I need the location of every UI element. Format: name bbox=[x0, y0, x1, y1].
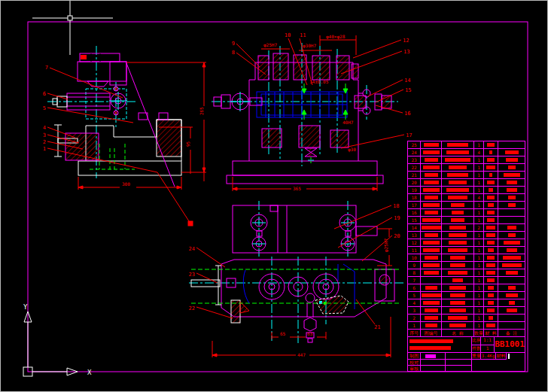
dim-fv-a: φ25H7 bbox=[263, 42, 277, 48]
cell-text-bar bbox=[484, 307, 498, 314]
cell-text-bar bbox=[442, 156, 473, 163]
cell-text-bar bbox=[421, 307, 441, 314]
cell-text-bar bbox=[498, 247, 525, 254]
ucs-icon: Y X bbox=[23, 303, 92, 376]
plan-view[interactable] bbox=[189, 201, 403, 343]
row-qty: 1 bbox=[474, 262, 483, 269]
dim-pv-a: 65 bbox=[280, 331, 286, 336]
row-number: 18 bbox=[408, 194, 420, 201]
row-qty: 1 bbox=[474, 284, 483, 291]
row-qty: 1 bbox=[474, 179, 483, 186]
pieces-value: 1 bbox=[481, 345, 495, 353]
table-header: 图编号 bbox=[421, 330, 441, 336]
dim-pv-b: 63 bbox=[307, 331, 313, 336]
front-view-balloon-text: 9 8 10 11 12 13 14 15 16 17 bbox=[232, 32, 413, 138]
row-qty: 1 bbox=[474, 247, 483, 254]
cell-text-bar bbox=[421, 217, 441, 223]
row-number: 7 bbox=[408, 277, 420, 284]
table-header: 材 料 bbox=[484, 330, 498, 336]
cell-text-bar bbox=[442, 232, 473, 239]
cell-text-bar bbox=[421, 156, 441, 163]
cell-text-bar bbox=[498, 217, 525, 223]
balloon-7: 7 bbox=[45, 65, 48, 71]
cell-text-bar bbox=[421, 187, 441, 193]
cell-text-bar bbox=[484, 322, 498, 329]
balloon-12: 12 bbox=[403, 38, 409, 44]
cell-text-bar bbox=[484, 254, 498, 261]
cell-text-bar bbox=[498, 307, 525, 314]
cell-text-bar bbox=[421, 239, 441, 246]
cell-text-bar bbox=[421, 284, 441, 291]
checked-by-date bbox=[446, 360, 472, 366]
red-marker bbox=[81, 55, 87, 59]
cell-text-bar bbox=[498, 232, 525, 239]
dim-fv-b: φ30H7 bbox=[303, 43, 316, 49]
balloon-3: 3 bbox=[43, 132, 46, 138]
balloon-4: 4 bbox=[43, 125, 46, 131]
parts-list-table: 2512442312212112011911841711611511421311… bbox=[407, 141, 525, 337]
cell-text-bar bbox=[498, 315, 525, 321]
drawing-name-line1 bbox=[409, 339, 453, 343]
dim-lv-height: 265 bbox=[199, 107, 204, 115]
row-number: 8 bbox=[408, 269, 420, 276]
row-qty: 4 bbox=[474, 149, 483, 156]
row-number: 12 bbox=[408, 239, 420, 246]
cell-text-bar bbox=[484, 284, 498, 291]
cell-text-bar bbox=[421, 277, 441, 284]
cell-text-bar bbox=[421, 141, 441, 148]
approved-by-signature bbox=[421, 366, 446, 371]
cell-text-bar bbox=[442, 179, 473, 186]
scale-value: 1:1 bbox=[481, 337, 495, 345]
table-header: 序号 bbox=[408, 330, 420, 336]
drawing-number: BB1001 bbox=[495, 337, 525, 353]
approved-by-label: 审核 bbox=[408, 366, 421, 371]
plan-view-balloons bbox=[196, 205, 392, 324]
cell-text-bar bbox=[421, 269, 441, 276]
balloon-8: 8 bbox=[232, 50, 235, 56]
cell-text-bar bbox=[442, 172, 473, 178]
cell-text-bar bbox=[442, 247, 473, 254]
cell-text-bar bbox=[484, 299, 498, 306]
balloon-24: 24 bbox=[189, 246, 195, 252]
title-block: 比例 1:1 件数 1 BB1001 制图 重量 3.4Kg 材料 校对 审核 bbox=[407, 336, 525, 372]
balloon-17: 17 bbox=[406, 132, 412, 138]
left-view-balloon-text: 7 6 5 4 3 2 1 bbox=[43, 65, 48, 152]
cell-text-bar bbox=[498, 262, 525, 269]
cell-text-bar bbox=[421, 172, 441, 178]
row-number: 19 bbox=[408, 187, 420, 193]
pieces-label: 件数 bbox=[472, 345, 481, 353]
table-header: 备 注 bbox=[498, 330, 525, 336]
cell-text-bar bbox=[498, 194, 525, 201]
row-qty: 1 bbox=[474, 217, 483, 223]
signature-mark bbox=[425, 354, 436, 358]
cell-text-bar bbox=[484, 164, 498, 171]
row-qty: 1 bbox=[474, 209, 483, 216]
left-side-view[interactable] bbox=[47, 46, 181, 187]
cell-text-bar bbox=[484, 179, 498, 186]
balloon-13: 13 bbox=[403, 49, 409, 55]
row-number: 17 bbox=[408, 202, 420, 208]
dim-fv-top-right: φ40×φ28 bbox=[326, 34, 346, 40]
cell-text-bar bbox=[498, 299, 525, 306]
cell-text-bar bbox=[484, 269, 498, 276]
cell-text-bar bbox=[484, 217, 498, 223]
row-qty: 1 bbox=[474, 172, 483, 178]
ucs-x-label: X bbox=[87, 369, 92, 376]
cell-text-bar bbox=[484, 149, 498, 156]
row-number: 16 bbox=[408, 209, 420, 216]
balloon-10: 10 bbox=[285, 32, 291, 38]
balloon-16: 16 bbox=[404, 111, 410, 117]
table-header: 数量 bbox=[474, 330, 483, 336]
title-block-blank bbox=[472, 360, 525, 371]
row-qty: 2 bbox=[474, 224, 483, 231]
balloon-1: 1 bbox=[43, 146, 46, 152]
dim-lv-width: 300 bbox=[122, 181, 130, 187]
cell-text-bar bbox=[498, 141, 525, 148]
cell-text-bar bbox=[484, 194, 498, 201]
front-section-view[interactable] bbox=[212, 43, 398, 184]
row-number: 9 bbox=[408, 262, 420, 269]
drawing-name-line2 bbox=[409, 346, 451, 350]
row-number: 21 bbox=[408, 172, 420, 178]
crosshair-cursor bbox=[32, 1, 113, 55]
cad-model-space[interactable]: 7 6 5 4 3 2 1 265 95 300 bbox=[0, 0, 548, 392]
